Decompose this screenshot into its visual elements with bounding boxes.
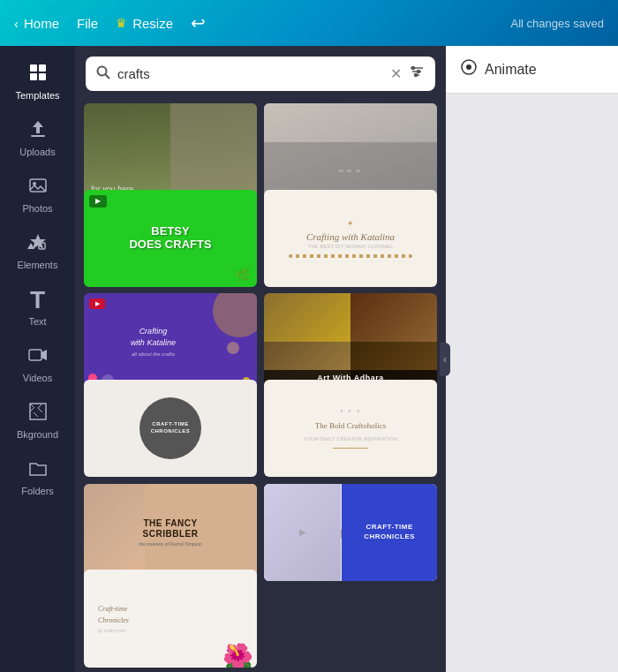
chevron-left-icon: ‹ <box>14 16 19 31</box>
sidebar-item-uploads[interactable]: Uploads <box>0 109 75 166</box>
flower-icon: 🌺 <box>222 645 253 668</box>
text-label: Text <box>28 316 46 327</box>
animate-label: Animate <box>485 62 537 78</box>
sidebar-item-photos[interactable]: Photos <box>0 166 75 223</box>
sidebar-item-folders[interactable]: Folders <box>0 449 75 505</box>
craft-blue-title: CRAFT-TIMECHRONICLES <box>364 523 415 541</box>
scribbler-sub: the creativity of Rachel Simpson <box>139 541 201 547</box>
home-label: Home <box>24 16 59 31</box>
template-card[interactable]: Craft-timeChronicles by crafty mom 🌺 <box>84 570 257 667</box>
svg-rect-4 <box>31 135 45 137</box>
floral-title: Craft-timeChronicles <box>98 604 129 627</box>
template-card[interactable]: ▶ CRAFT-TIMECHRONICLES <box>264 484 437 581</box>
svg-point-19 <box>415 74 418 77</box>
right-panel-content <box>446 94 618 672</box>
video-badge: ▶ <box>89 298 105 309</box>
text-icon: T <box>30 288 45 313</box>
home-nav-item[interactable]: ‹ Home <box>14 16 59 31</box>
svg-rect-1 <box>39 64 46 72</box>
chronicles-title: CRAFT-TIMECHRONICLES <box>151 421 191 435</box>
template-card[interactable]: ✦ ✦ ✦ The Bold Craftoholics YOUR DAILY C… <box>264 380 437 477</box>
search-filter-button[interactable] <box>409 64 425 84</box>
svg-point-21 <box>466 64 471 70</box>
sidebar-item-text[interactable]: T Text <box>0 279 75 336</box>
templates-label: Templates <box>15 90 59 101</box>
svg-point-17 <box>412 67 415 70</box>
folders-label: Folders <box>21 486 54 496</box>
background-label: Bkground <box>17 429 58 440</box>
background-icon <box>27 401 49 426</box>
svg-point-12 <box>98 66 107 75</box>
floral-sub: by crafty mom <box>98 628 125 633</box>
video-badge: ▶ <box>89 195 107 208</box>
purple-title: Craftingwith Kataline all about the craf… <box>131 327 176 359</box>
elements-label: Elements <box>18 260 58 270</box>
svg-marker-9 <box>27 243 34 249</box>
svg-rect-10 <box>29 350 41 360</box>
template-card[interactable]: ✦ Crafting with Katalina THE BEST DIY MO… <box>264 190 437 287</box>
right-panel-header: Animate <box>446 46 618 94</box>
svg-rect-2 <box>30 73 37 80</box>
svg-line-13 <box>106 74 110 79</box>
videos-label: Videos <box>23 373 52 383</box>
resize-label: Resize <box>132 16 173 31</box>
templates-icon <box>27 62 49 87</box>
sidebar-item-elements[interactable]: Elements <box>0 223 75 279</box>
svg-point-18 <box>418 71 420 73</box>
animate-icon <box>460 58 478 80</box>
undo-button[interactable]: ↩ <box>191 12 206 34</box>
craftoholics-title: The Bold Craftoholics <box>315 420 387 433</box>
panel-collapse-button[interactable]: ‹ <box>440 343 450 376</box>
file-nav-item[interactable]: File <box>77 16 98 31</box>
folders-icon <box>27 457 49 482</box>
photos-label: Photos <box>22 203 52 214</box>
scribbler-title: THE FANCYSCRIBBLER <box>139 518 201 540</box>
search-bar: ✕ <box>86 57 435 91</box>
search-clear-button[interactable]: ✕ <box>390 65 402 82</box>
template-card[interactable]: CRAFT-TIMECHRONICLES <box>84 380 257 477</box>
deco-divider <box>289 254 413 258</box>
svg-marker-11 <box>41 350 47 360</box>
save-status: All changes saved <box>510 17 604 30</box>
craftoholics-sub: YOUR DAILY CREATIVE INSPIRATION <box>304 436 398 442</box>
katharina-sub: THE BEST DIY MOMMY CHANNEL <box>308 244 393 249</box>
katharina-title: Crafting with Katalina <box>306 231 395 242</box>
top-nav: ‹ Home File ♛ Resize ↩ All changes saved <box>0 0 618 46</box>
search-input[interactable] <box>117 66 383 81</box>
file-label: File <box>77 16 98 31</box>
videos-icon <box>27 344 49 369</box>
sidebar-item-templates[interactable]: Templates <box>0 53 75 109</box>
crown-icon: ♛ <box>116 16 127 30</box>
template-card[interactable]: for you here <box>84 103 257 200</box>
photos-icon <box>27 175 49 200</box>
sidebar: Templates Uploads Photos <box>0 46 75 672</box>
template-card[interactable]: THE FANCYSCRIBBLER the creativity of Rac… <box>84 484 257 581</box>
uploads-icon <box>27 118 49 143</box>
templates-panel: ✕ <box>75 46 446 672</box>
sidebar-item-videos[interactable]: Videos <box>0 336 75 392</box>
template-card[interactable]: ✂ ✂ ✂ <box>264 103 437 200</box>
template-grid: for you here ✂ ✂ ✂ ▶ BETSYDOES CR <box>75 100 446 672</box>
template-card[interactable]: Art With Adhara SUBSCRIBE FOR DAILY TUTO… <box>264 293 437 390</box>
right-panel: Animate <box>446 46 618 672</box>
svg-rect-3 <box>39 73 46 80</box>
svg-rect-0 <box>30 64 37 72</box>
sidebar-item-background[interactable]: Bkground <box>0 392 75 449</box>
template-card[interactable]: ▶ Craftingwith Kataline all about the cr… <box>84 293 257 390</box>
uploads-label: Uploads <box>19 147 55 157</box>
resize-nav-item[interactable]: ♛ Resize <box>116 16 173 31</box>
elements-icon <box>27 231 49 256</box>
betsy-title: BETSYDOES CRAFTS <box>129 224 211 252</box>
search-icon <box>96 65 110 83</box>
content-wrapper: ✕ <box>75 46 618 672</box>
craft-circle: CRAFT-TIMECHRONICLES <box>139 397 201 459</box>
main-area: Templates Uploads Photos <box>0 46 618 672</box>
template-card[interactable]: ▶ BETSYDOES CRAFTS 🌿 <box>84 190 257 287</box>
